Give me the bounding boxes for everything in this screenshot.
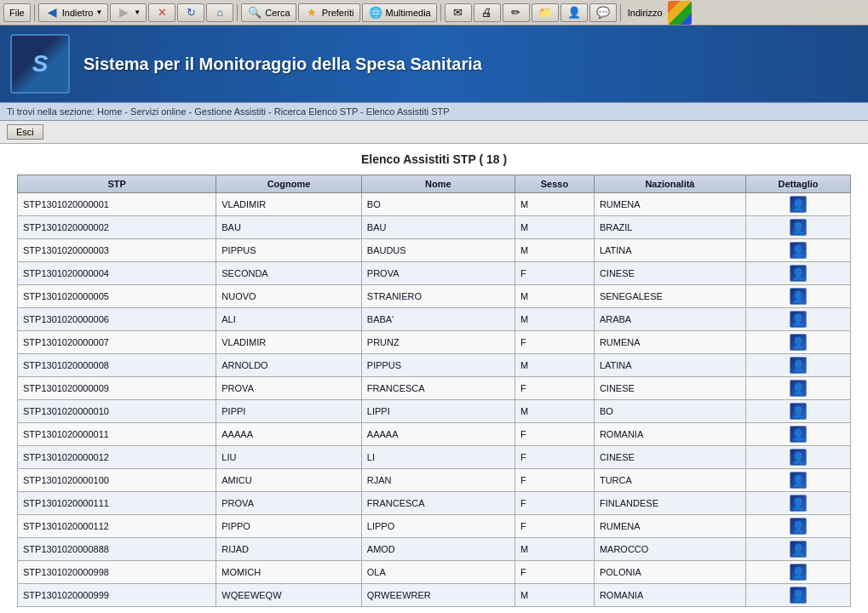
table-row: STP1301020000999WQEEWEQWQRWEEWRERMROMANI… bbox=[18, 584, 851, 607]
detail-icon[interactable]: 👤 bbox=[790, 472, 807, 489]
cell-nome: RJAN bbox=[361, 469, 514, 492]
cell-dettaglio: 👤 bbox=[746, 262, 851, 285]
cell-cognome: LIU bbox=[216, 446, 362, 469]
detail-icon[interactable]: 👤 bbox=[790, 518, 807, 535]
edit-button[interactable]: ✏ bbox=[503, 3, 530, 22]
table-row: STP1301020000004SECONDAPROVAFCINESE👤 bbox=[18, 262, 851, 285]
cell-stp: STP1301020000998 bbox=[18, 561, 216, 584]
detail-icon[interactable]: 👤 bbox=[790, 219, 807, 236]
detail-icon[interactable]: 👤 bbox=[790, 288, 807, 305]
cell-nome: FRANCESCA bbox=[361, 492, 514, 515]
search-icon: 🔍 bbox=[247, 5, 262, 20]
detail-icon[interactable]: 👤 bbox=[790, 334, 807, 351]
cell-nome: LIPPO bbox=[361, 515, 514, 538]
cell-sesso: F bbox=[514, 561, 594, 584]
cell-stp: STP1301020000888 bbox=[18, 538, 216, 561]
contacts-button[interactable]: 👤 bbox=[560, 3, 588, 22]
cell-nome: FRANCESCA bbox=[361, 377, 514, 400]
cell-cognome: PIPPUS bbox=[216, 239, 362, 262]
table-row: STP1301020000006ALIBABA'MARABA👤 bbox=[18, 308, 851, 331]
cell-stp: STP1301020000100 bbox=[18, 469, 216, 492]
detail-icon[interactable]: 👤 bbox=[790, 426, 807, 443]
detail-icon[interactable]: 👤 bbox=[790, 587, 807, 604]
cell-dettaglio: 👤 bbox=[746, 308, 851, 331]
back-dropdown-icon[interactable]: ▼ bbox=[95, 9, 102, 16]
messenger-button[interactable]: 💬 bbox=[589, 3, 617, 22]
detail-icon[interactable]: 👤 bbox=[790, 242, 807, 259]
cell-cognome: ALI bbox=[216, 308, 362, 331]
back-icon: ◀ bbox=[44, 5, 60, 20]
cell-sesso: F bbox=[514, 262, 594, 285]
cell-cognome: WQEEWEQW bbox=[216, 584, 362, 607]
table-row: STP1301020000011AAAAAAAAAAFROMANIA👤 bbox=[18, 423, 851, 446]
forward-button[interactable]: ▶ ▼ bbox=[110, 3, 147, 22]
favorites-button[interactable]: ★ Preferiti bbox=[298, 3, 360, 22]
header-logo: S bbox=[10, 34, 70, 94]
favorites-label: Preferiti bbox=[322, 8, 354, 18]
cell-stp: STP1301020000999 bbox=[18, 584, 216, 607]
cell-dettaglio: 👤 bbox=[746, 285, 851, 308]
home-icon: ⌂ bbox=[212, 5, 227, 20]
cell-nome: BABA' bbox=[361, 308, 514, 331]
cell-cognome: MOMICH bbox=[216, 561, 362, 584]
home-button[interactable]: ⌂ bbox=[206, 3, 233, 22]
cell-nome: AMOD bbox=[361, 538, 514, 561]
detail-icon[interactable]: 👤 bbox=[790, 357, 807, 374]
cell-sesso: M bbox=[514, 239, 594, 262]
table-row: STP1301020000998MOMICHOLAFPOLONIA👤 bbox=[18, 561, 851, 584]
cell-sesso: F bbox=[514, 331, 594, 354]
cell-dettaglio: 👤 bbox=[746, 400, 851, 423]
detail-icon[interactable]: 👤 bbox=[790, 449, 807, 466]
cell-nome: STRANIERO bbox=[361, 285, 514, 308]
detail-icon[interactable]: 👤 bbox=[790, 541, 807, 558]
cell-cognome: SECONDA bbox=[216, 262, 362, 285]
table-row: STP1301020000009PROVAFRANCESCAFCINESE👤 bbox=[18, 377, 851, 400]
folder-button[interactable]: 📁 bbox=[532, 3, 559, 22]
detail-icon[interactable]: 👤 bbox=[790, 311, 807, 328]
separator-3 bbox=[440, 4, 441, 21]
cell-stp: STP1301020000011 bbox=[18, 423, 216, 446]
cell-sesso: M bbox=[514, 400, 594, 423]
detail-icon[interactable]: 👤 bbox=[790, 403, 807, 420]
cell-stp: STP1301020000111 bbox=[18, 492, 216, 515]
cell-nazionalita: CINESE bbox=[594, 446, 745, 469]
cell-nazionalita: TURCA bbox=[594, 469, 745, 492]
cell-sesso: F bbox=[514, 446, 594, 469]
cell-nazionalita: RUMENA bbox=[594, 331, 745, 354]
back-button[interactable]: ◀ Indietro ▼ bbox=[38, 3, 109, 22]
esci-button[interactable]: Esci bbox=[7, 124, 43, 140]
mail-button[interactable]: ✉ bbox=[445, 3, 472, 22]
detail-icon[interactable]: 👤 bbox=[790, 196, 807, 213]
cell-sesso: F bbox=[514, 377, 594, 400]
cell-cognome: RIJAD bbox=[216, 538, 362, 561]
cell-nazionalita: ROMANIA bbox=[594, 423, 745, 446]
separator-4 bbox=[620, 4, 621, 21]
detail-icon[interactable]: 👤 bbox=[790, 380, 807, 397]
cell-stp: STP1301020000012 bbox=[18, 446, 216, 469]
cell-nome: BAUDUS bbox=[361, 239, 514, 262]
refresh-button[interactable]: ↻ bbox=[177, 3, 204, 22]
media-button[interactable]: 🌐 Multimedia bbox=[362, 3, 437, 22]
table-row: STP1301020000003PIPPUSBAUDUSMLATINA👤 bbox=[18, 239, 851, 262]
table-row: STP1301020000111PROVAFRANCESCAFFINLANDES… bbox=[18, 492, 851, 515]
cell-sesso: F bbox=[514, 515, 594, 538]
cell-sesso: M bbox=[514, 354, 594, 377]
print-button[interactable]: 🖨 bbox=[474, 3, 501, 22]
cell-nazionalita: BO bbox=[594, 400, 745, 423]
cell-stp: STP1301020000008 bbox=[18, 354, 216, 377]
separator-2 bbox=[237, 4, 238, 21]
edit-icon: ✏ bbox=[509, 5, 524, 20]
main-content: Elenco Assistiti STP ( 18 ) STP Cognome … bbox=[0, 144, 868, 613]
search-button[interactable]: 🔍 Cerca bbox=[241, 3, 296, 22]
cell-cognome: BAU bbox=[216, 216, 362, 239]
detail-icon[interactable]: 👤 bbox=[790, 564, 807, 581]
stop-button[interactable]: ✕ bbox=[148, 3, 175, 22]
cell-nazionalita: CINESE bbox=[594, 377, 745, 400]
file-menu[interactable]: File bbox=[3, 3, 31, 22]
forward-dropdown-icon[interactable]: ▼ bbox=[134, 9, 141, 16]
detail-icon[interactable]: 👤 bbox=[790, 265, 807, 282]
cell-cognome: AMICU bbox=[216, 469, 362, 492]
cell-nazionalita: ARABA bbox=[594, 308, 745, 331]
detail-icon[interactable]: 👤 bbox=[790, 495, 807, 512]
table-row: STP1301020000100AMICURJANFTURCA👤 bbox=[18, 469, 851, 492]
